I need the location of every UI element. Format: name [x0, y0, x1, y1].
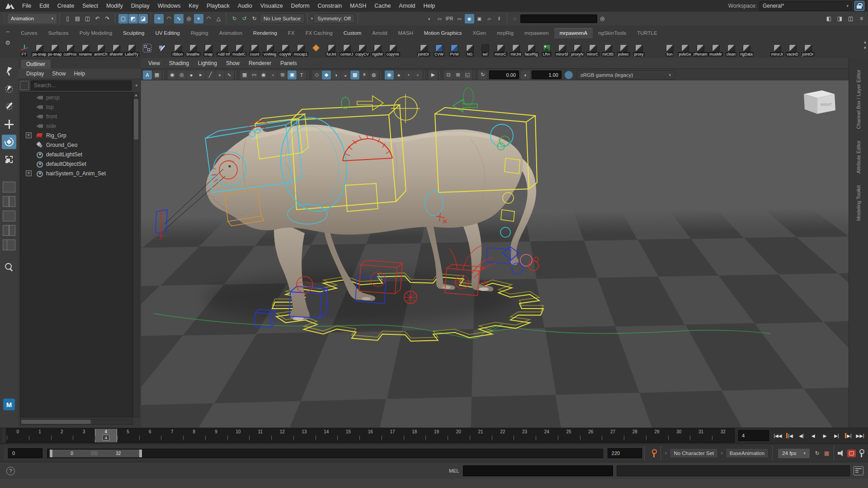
- chevron-down-icon[interactable]: ▾: [311, 16, 313, 21]
- symmetry-field[interactable]: Symmetry: Off: [313, 14, 354, 23]
- viewport-toolbar-icon[interactable]: ●: [187, 70, 196, 80]
- outliner-menu-item[interactable]: Show: [48, 70, 69, 77]
- outliner-item[interactable]: top: [20, 102, 132, 112]
- viewport-toolbar-icon[interactable]: ▩: [350, 70, 359, 80]
- snap-icon[interactable]: ⌖: [194, 14, 203, 23]
- shelf-button[interactable]: copyVe: [385, 39, 401, 57]
- exposure-field[interactable]: 0.00: [489, 70, 519, 79]
- shelf-tab[interactable]: ngSkinTools: [593, 28, 632, 38]
- shelf-button[interactable]: pa-snap: [32, 39, 47, 57]
- playback-button[interactable]: ▶: [820, 430, 830, 441]
- shelf-button[interactable]: po-snap: [47, 39, 62, 57]
- timeline-frame[interactable]: 21: [470, 429, 492, 442]
- menu-item[interactable]: Visualize: [256, 0, 287, 12]
- timeline-frame[interactable]: 20: [448, 429, 470, 442]
- menu-item[interactable]: Deform: [287, 0, 314, 12]
- timeline-frame[interactable]: 18: [404, 429, 426, 442]
- shelf-button[interactable]: proxy: [631, 39, 646, 57]
- shelf-button[interactable]: rename: [78, 39, 93, 57]
- shelf-button[interactable]: FT: [16, 39, 32, 57]
- file-action-icon[interactable]: ▯: [63, 14, 72, 23]
- range-handle-right[interactable]: [139, 450, 142, 457]
- layout-outliner-pane-button[interactable]: [3, 239, 15, 250]
- playback-range-block[interactable]: 0 32: [50, 450, 142, 457]
- shelf-tab[interactable]: mrpRig: [491, 28, 519, 38]
- current-frame-field[interactable]: 4: [738, 430, 769, 441]
- playback-button[interactable]: ▶|: [843, 430, 854, 441]
- timeline-frame[interactable]: 13: [293, 429, 316, 442]
- menu-item[interactable]: Edit: [35, 0, 53, 12]
- fps-dropdown[interactable]: 24 fps ▾: [778, 449, 810, 458]
- shelf-button[interactable]: count: [247, 39, 262, 57]
- shelf-button[interactable]: mirorC: [493, 39, 508, 57]
- shelf-button[interactable]: [308, 39, 324, 57]
- shelf-button[interactable]: mocap1: [293, 39, 308, 57]
- selection-mask-icon[interactable]: ◩: [128, 14, 138, 23]
- shelf-button[interactable]: shareW: [108, 39, 124, 57]
- chevron-down-icon[interactable]: ▾: [135, 83, 137, 88]
- shelf-tab[interactable]: mrpaween: [519, 28, 554, 38]
- shelf-tab[interactable]: Sculpting: [118, 28, 150, 38]
- search-icon[interactable]: ◎: [598, 14, 607, 23]
- render-icon[interactable]: ◐: [425, 14, 434, 23]
- move-tool-button[interactable]: [2, 117, 16, 131]
- colorspace-badge-icon[interactable]: [565, 71, 573, 79]
- range-grip[interactable]: [91, 451, 98, 455]
- outliner-menu-item[interactable]: Help: [70, 70, 89, 77]
- mute-record-icon[interactable]: [847, 450, 856, 457]
- timeline-frame[interactable]: 12: [271, 429, 293, 442]
- character-set-dropdown[interactable]: No Character Set: [670, 448, 718, 458]
- render-icon[interactable]: ▱: [485, 14, 494, 23]
- shelf-menu-icon[interactable]: –: [6, 28, 9, 35]
- shelf-tab[interactable]: Arnold: [367, 28, 392, 38]
- viewport-toolbar-icon[interactable]: ◒: [341, 70, 350, 80]
- auto-key-icon[interactable]: [649, 449, 656, 458]
- shelf-button[interactable]: CVW: [431, 39, 447, 57]
- viewport-toolbar-icon[interactable]: ◆: [322, 70, 331, 80]
- menu-item[interactable]: Select: [78, 0, 102, 12]
- viewport-toolbar-icon[interactable]: [236, 71, 238, 79]
- viewport-toolbar-icon[interactable]: ◱: [463, 70, 472, 80]
- animation-end-field[interactable]: 220: [608, 448, 642, 458]
- outliner-menu-item[interactable]: Display: [23, 70, 47, 77]
- shelf-tab[interactable]: Surfaces: [42, 28, 74, 38]
- viewport-toolbar-icon[interactable]: ↻: [478, 70, 487, 80]
- outliner-item[interactable]: Ground_Geo: [20, 140, 132, 150]
- shelf-button[interactable]: proxyN: [570, 39, 585, 57]
- colorspace-dropdown[interactable]: sRGB gamma (legacy) ▾: [576, 70, 675, 80]
- outliner-item[interactable]: persp: [20, 93, 132, 102]
- layout-two-pane-button[interactable]: [3, 196, 15, 207]
- layout-four-pane-button[interactable]: [3, 225, 15, 236]
- render-icon[interactable]: ‖: [495, 14, 504, 23]
- shelf-button[interactable]: sel: [477, 39, 493, 57]
- menu-item[interactable]: Audio: [234, 0, 256, 12]
- menu-item[interactable]: Windows: [154, 0, 185, 12]
- viewport-menu-item[interactable]: Panels: [276, 60, 302, 66]
- outliner-item[interactable]: defaultLightSet: [20, 150, 132, 159]
- shelf-button[interactable]: copyW: [278, 39, 293, 57]
- render-icon[interactable]: IPR: [445, 14, 454, 23]
- viewport-toolbar-icon[interactable]: [380, 71, 383, 79]
- shelf-button[interactable]: mirorJr: [769, 39, 785, 57]
- playblast-icon[interactable]: ▦: [822, 449, 831, 458]
- timeline-frame[interactable]: 7: [161, 429, 183, 442]
- viewport-toolbar-icon[interactable]: ╱: [206, 70, 215, 80]
- construction-history-icon[interactable]: ↻: [230, 14, 239, 23]
- shelf-tab[interactable]: XGen: [467, 28, 491, 38]
- viewport-toolbar-icon[interactable]: ◑: [331, 70, 340, 80]
- viewport-toolbar-icon[interactable]: ◇: [312, 70, 321, 80]
- viewport-toolbar-icon[interactable]: ◎: [177, 70, 186, 80]
- scale-tool-button[interactable]: [2, 152, 16, 167]
- shelf-tab[interactable]: FX: [283, 28, 300, 38]
- timeline-frame[interactable]: 44: [95, 429, 117, 442]
- menu-item[interactable]: Modify: [102, 0, 127, 12]
- outliner-item[interactable]: + Rig_Grp: [20, 131, 132, 140]
- outliner-search-input[interactable]: [31, 80, 132, 90]
- timeline-frame[interactable]: 19: [425, 429, 448, 442]
- viewport-toolbar-icon[interactable]: T: [297, 70, 306, 80]
- timeline-frame[interactable]: 24: [536, 429, 558, 442]
- quick-input-field[interactable]: [520, 14, 597, 23]
- menu-item[interactable]: Playback: [203, 0, 234, 12]
- viewport-toolbar-icon[interactable]: ▫: [413, 70, 422, 80]
- scroll-up-icon[interactable]: ▲: [133, 93, 139, 98]
